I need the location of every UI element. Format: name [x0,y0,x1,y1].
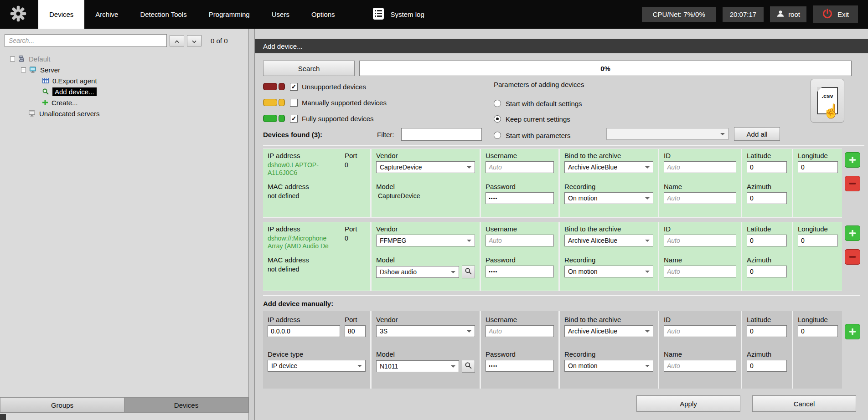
user-name: root [788,10,800,18]
password-label: Password [486,256,554,264]
resize-grip[interactable] [0,414,6,420]
sidebar-tab-devices[interactable]: Devices [124,397,248,413]
longitude-input[interactable] [798,325,838,337]
model-search-button[interactable] [462,266,475,278]
username-input[interactable] [486,161,554,173]
chevron-down-icon [467,166,471,171]
recording-select[interactable]: On motion [564,192,653,204]
device-filter-input[interactable] [401,128,482,141]
azimuth-input[interactable] [747,192,787,204]
radio-icon[interactable] [494,100,501,107]
tab-options[interactable]: Options [300,0,346,29]
sidebar-tab-groups[interactable]: Groups [0,397,124,413]
azimuth-input[interactable] [747,266,787,277]
password-input[interactable] [486,266,554,277]
name-input[interactable] [664,266,736,277]
tab-detection-tools[interactable]: Detection Tools [129,0,197,29]
manual-section-title: Add device manually: [263,295,860,311]
azimuth-input[interactable] [747,360,787,372]
fully-supported-checkbox[interactable] [290,115,298,123]
device-type-value: IP device [271,362,297,369]
tree-item-export-agent[interactable]: 0.Export agent [0,75,248,86]
username-input[interactable] [486,235,554,246]
radio-start-with-parameters[interactable]: Start with parameters [494,130,571,141]
vendor-select[interactable]: FFMPEG [376,235,475,246]
chevron-down-icon [645,166,650,171]
panel-splitter[interactable] [249,29,255,420]
id-input[interactable] [664,325,736,337]
tab-devices[interactable]: Devices [38,0,84,29]
remove-device-button[interactable] [845,249,860,265]
tree-item-create[interactable]: Create... [0,97,248,108]
archive-select[interactable]: Archive AliceBlue [564,235,653,246]
id-input[interactable] [664,235,736,246]
name-input[interactable] [664,192,736,204]
collapse-toggle-icon[interactable] [10,56,15,61]
exit-button[interactable]: Exit [813,5,858,23]
device-row: IP address dshow0.LAPTOP-A1L6J0C6 Port 0 [263,149,864,218]
vendor-select[interactable]: 3S [376,325,475,337]
cancel-button[interactable]: Cancel [752,395,856,412]
manually-supported-checkbox[interactable] [290,99,298,107]
tab-archive[interactable]: Archive [84,0,129,29]
name-input[interactable] [664,360,736,372]
model-search-button[interactable] [462,360,475,373]
latitude-input[interactable] [747,325,787,337]
id-input[interactable] [664,161,736,173]
device-type-select[interactable]: IP device [268,360,366,372]
radio-keep-settings[interactable]: Keep current settings [494,113,570,124]
tree-item-add-device[interactable]: Add device... [0,86,248,97]
tree-item-default[interactable]: Default [0,53,248,64]
tree-item-server[interactable]: Server [0,64,248,75]
manual-ip-input[interactable] [268,325,340,337]
vendor-label: Vendor [376,316,475,323]
recording-select[interactable]: On motion [564,266,653,277]
recording-select[interactable]: On motion [564,360,653,372]
chevron-down-icon [467,330,471,335]
remove-device-button[interactable] [845,176,860,191]
password-input[interactable] [486,192,554,204]
add-device-button[interactable] [845,225,860,241]
latitude-input[interactable] [747,161,787,173]
add-all-button[interactable]: Add all [734,127,780,141]
manual-device-form: IP address Port Device type IP [263,311,864,389]
tab-users[interactable]: Users [261,0,300,29]
system-log-button[interactable]: System log [372,7,424,21]
tree-item-unallocated-servers[interactable]: Unallocated servers [0,108,248,119]
search-progress-bar: 0% [359,61,852,76]
password-input[interactable] [486,360,554,372]
manual-port-input[interactable] [345,325,366,337]
search-devices-button[interactable]: Search [263,61,355,76]
longitude-input[interactable] [798,161,838,173]
tree-search-input[interactable] [5,34,167,47]
add-manual-device-button[interactable] [845,324,860,339]
collapse-toggle-icon[interactable] [21,67,26,72]
csv-file-icon: .csv ☝ [817,87,838,114]
longitude-input[interactable] [798,235,838,246]
model-select[interactable]: Dshow audio [376,266,459,278]
archive-select[interactable]: Archive AliceBlue [564,161,653,173]
search-next-button[interactable] [187,35,202,46]
ip-label: IP address [268,225,340,233]
radio-icon-selected[interactable] [494,115,501,123]
radio-default-settings[interactable]: Start with default settings [494,98,582,109]
gear-icon [10,5,26,23]
csv-export-button[interactable]: .csv ☝ [811,79,844,123]
apply-button[interactable]: Apply [636,395,740,412]
radio-icon[interactable] [494,132,501,139]
parameters-select[interactable] [606,128,728,140]
tab-programming[interactable]: Programming [198,0,261,29]
vendor-select[interactable]: CaptureDevice [376,161,475,173]
add-device-button[interactable] [845,152,860,168]
current-user-badge[interactable]: root [770,6,806,22]
panel-title: Add device... [263,42,303,50]
model-select[interactable]: N1011 [376,360,459,372]
settings-button[interactable] [10,5,26,23]
archive-label: Bind to the archive [564,152,653,159]
unsupported-devices-checkbox[interactable] [290,83,298,91]
username-input[interactable] [486,325,554,337]
archive-select[interactable]: Archive AliceBlue [564,325,653,337]
ip-value: dshow0.LAPTOP-A1L6J0C6 [268,161,340,177]
latitude-input[interactable] [747,235,787,246]
search-prev-button[interactable] [170,35,184,46]
